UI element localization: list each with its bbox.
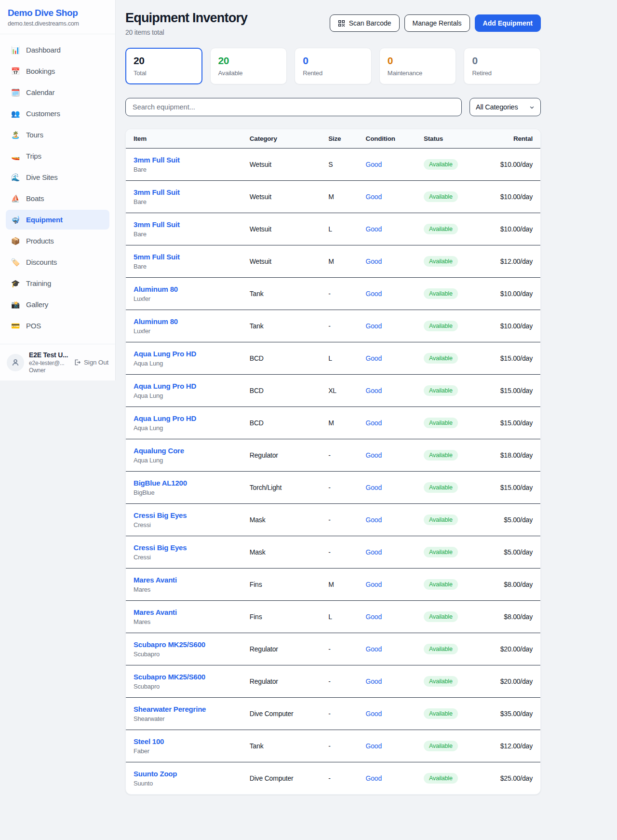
item-name-link[interactable]: Cressi Big Eyes bbox=[134, 543, 234, 552]
sidebar-item-training[interactable]: 🎓Training bbox=[6, 273, 109, 293]
cell-category: Wetsuit bbox=[242, 181, 321, 213]
condition-link[interactable]: Good bbox=[366, 645, 382, 653]
item-name-link[interactable]: 3mm Full Suit bbox=[134, 156, 234, 164]
cell-status: Available bbox=[416, 601, 484, 633]
table-row: Scubapro MK25/S600ScubaproRegulator-Good… bbox=[126, 665, 540, 698]
sidebar-item-dashboard[interactable]: 📊Dashboard bbox=[6, 40, 109, 60]
sidebar-item-products[interactable]: 📦Products bbox=[6, 231, 109, 251]
status-badge: Available bbox=[424, 773, 458, 784]
item-name-link[interactable]: Aqualung Core bbox=[134, 447, 234, 455]
item-name-link[interactable]: Mares Avanti bbox=[134, 608, 234, 616]
stat-card-available[interactable]: 20Available bbox=[210, 48, 287, 84]
condition-link[interactable]: Good bbox=[366, 710, 382, 718]
manage-rentals-button[interactable]: Manage Rentals bbox=[404, 14, 470, 32]
cell-category: Regulator bbox=[242, 439, 321, 472]
condition-link[interactable]: Good bbox=[366, 161, 382, 168]
item-name-link[interactable]: Aqua Lung Pro HD bbox=[134, 350, 234, 358]
stat-card-total[interactable]: 20Total bbox=[125, 48, 202, 84]
condition-link[interactable]: Good bbox=[366, 516, 382, 524]
condition-link[interactable]: Good bbox=[366, 484, 382, 491]
item-name-link[interactable]: Shearwater Peregrine bbox=[134, 705, 234, 713]
stat-value-rented: 0 bbox=[303, 55, 363, 67]
sidebar-item-gallery[interactable]: 📸Gallery bbox=[6, 295, 109, 314]
sidebar-item-pos[interactable]: 💳POS bbox=[6, 316, 109, 336]
table-row: Aluminum 80LuxferTank-GoodAvailable$10.0… bbox=[126, 278, 540, 310]
condition-link[interactable]: Good bbox=[366, 193, 382, 201]
stat-card-rented[interactable]: 0Rented bbox=[295, 48, 372, 84]
cell-rental: $20.00/day bbox=[484, 665, 540, 698]
sidebar-item-calendar[interactable]: 🗓️Calendar bbox=[6, 82, 109, 102]
condition-link[interactable]: Good bbox=[366, 774, 382, 782]
condition-link[interactable]: Good bbox=[366, 225, 382, 233]
sidebar-item-bookings[interactable]: 📅Bookings bbox=[6, 61, 109, 81]
condition-link[interactable]: Good bbox=[366, 419, 382, 427]
cell-size: - bbox=[321, 536, 358, 569]
stat-card-maintenance[interactable]: 0Maintenance bbox=[379, 48, 456, 84]
item-name-link[interactable]: Aluminum 80 bbox=[134, 317, 234, 325]
cell-rental: $10.00/day bbox=[484, 213, 540, 245]
cell-condition: Good bbox=[358, 439, 416, 472]
table-row: Mares AvantiMaresFinsMGoodAvailable$8.00… bbox=[126, 569, 540, 601]
item-name-link[interactable]: Cressi Big Eyes bbox=[134, 511, 234, 519]
shop-name[interactable]: Demo Dive Shop bbox=[8, 8, 107, 18]
search-input[interactable] bbox=[133, 103, 455, 111]
sidebar-item-tours[interactable]: 🏝️Tours bbox=[6, 125, 109, 145]
sidebar-item-customers[interactable]: 👥Customers bbox=[6, 104, 109, 123]
barcode-scan-icon bbox=[338, 20, 345, 27]
item-name-link[interactable]: 3mm Full Suit bbox=[134, 188, 234, 196]
sidebar-item-boats[interactable]: ⛵Boats bbox=[6, 189, 109, 208]
cell-category: Mask bbox=[242, 504, 321, 536]
condition-link[interactable]: Good bbox=[366, 548, 382, 556]
trips-icon: 🚤 bbox=[11, 152, 20, 161]
item-name-link[interactable]: Suunto Zoop bbox=[134, 770, 234, 778]
cell-rental: $35.00/day bbox=[484, 698, 540, 730]
sidebar-item-discounts[interactable]: 🏷️Discounts bbox=[6, 252, 109, 272]
sidebar-item-label: Calendar bbox=[26, 88, 54, 96]
cell-status: Available bbox=[416, 407, 484, 439]
scan-barcode-button[interactable]: Scan Barcode bbox=[330, 14, 400, 32]
item-name-link[interactable]: BigBlue AL1200 bbox=[134, 479, 234, 487]
status-badge: Available bbox=[424, 644, 458, 654]
condition-link[interactable]: Good bbox=[366, 451, 382, 459]
add-equipment-button[interactable]: Add Equipment bbox=[475, 14, 541, 32]
condition-link[interactable]: Good bbox=[366, 354, 382, 362]
cell-size: - bbox=[321, 278, 358, 310]
table-row: Aqua Lung Pro HDAqua LungBCDLGoodAvailab… bbox=[126, 342, 540, 375]
column-header-condition: Condition bbox=[358, 129, 416, 149]
item-name-link[interactable]: Aqua Lung Pro HD bbox=[134, 414, 234, 422]
table-row: Scubapro MK25/S600ScubaproRegulator-Good… bbox=[126, 633, 540, 665]
category-filter-select[interactable]: All Categories bbox=[469, 98, 541, 116]
cell-item: Cressi Big EyesCressi bbox=[126, 504, 242, 536]
item-name-link[interactable]: 5mm Full Suit bbox=[134, 253, 234, 261]
status-badge: Available bbox=[424, 159, 458, 170]
condition-link[interactable]: Good bbox=[366, 677, 382, 685]
item-name-link[interactable]: Aluminum 80 bbox=[134, 285, 234, 293]
shop-domain: demo.test.divestreams.com bbox=[8, 20, 107, 27]
condition-link[interactable]: Good bbox=[366, 581, 382, 588]
cell-condition: Good bbox=[358, 504, 416, 536]
sign-out-button[interactable]: Sign Out bbox=[74, 359, 108, 366]
cell-category: Mask bbox=[242, 536, 321, 569]
condition-link[interactable]: Good bbox=[366, 387, 382, 394]
cell-item: Aqualung CoreAqua Lung bbox=[126, 439, 242, 472]
item-name-link[interactable]: Mares Avanti bbox=[134, 576, 234, 584]
sidebar-item-trips[interactable]: 🚤Trips bbox=[6, 146, 109, 166]
header-actions: Scan Barcode Manage Rentals Add Equipmen… bbox=[330, 14, 541, 32]
status-badge: Available bbox=[424, 256, 458, 267]
stat-card-retired[interactable]: 0Retired bbox=[464, 48, 541, 84]
cell-rental: $5.00/day bbox=[484, 504, 540, 536]
condition-link[interactable]: Good bbox=[366, 322, 382, 330]
cell-size: M bbox=[321, 407, 358, 439]
item-name-link[interactable]: 3mm Full Suit bbox=[134, 220, 234, 229]
sidebar-item-dive-sites[interactable]: 🌊Dive Sites bbox=[6, 167, 109, 187]
condition-link[interactable]: Good bbox=[366, 290, 382, 298]
item-name-link[interactable]: Scubapro MK25/S600 bbox=[134, 640, 234, 649]
item-name-link[interactable]: Scubapro MK25/S600 bbox=[134, 673, 234, 681]
condition-link[interactable]: Good bbox=[366, 613, 382, 621]
sidebar-item-equipment[interactable]: 🤿Equipment bbox=[6, 210, 109, 230]
condition-link[interactable]: Good bbox=[366, 257, 382, 265]
item-name-link[interactable]: Steel 100 bbox=[134, 737, 234, 745]
item-name-link[interactable]: Aqua Lung Pro HD bbox=[134, 382, 234, 390]
table-body: 3mm Full SuitBareWetsuitSGoodAvailable$1… bbox=[126, 149, 540, 795]
condition-link[interactable]: Good bbox=[366, 742, 382, 750]
